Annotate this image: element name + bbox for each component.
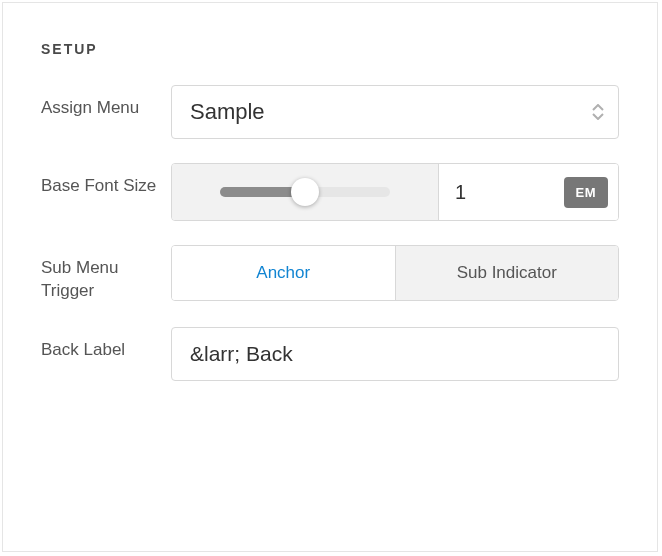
segment-anchor[interactable]: Anchor — [172, 246, 395, 300]
setup-panel: SETUP Assign Menu Sample Base Font Size — [2, 2, 658, 552]
assign-menu-select[interactable]: Sample — [171, 85, 619, 139]
section-title: SETUP — [41, 41, 619, 57]
row-assign-menu: Assign Menu Sample — [41, 85, 619, 139]
row-base-font-size: Base Font Size 1 EM — [41, 163, 619, 221]
base-font-size-value-area[interactable]: 1 EM — [438, 164, 618, 220]
sub-menu-trigger-segmented: Anchor Sub Indicator — [171, 245, 619, 301]
back-label-value: &larr; Back — [190, 342, 293, 366]
slider-track — [220, 187, 390, 197]
unit-badge[interactable]: EM — [564, 177, 609, 208]
back-label-label: Back Label — [41, 327, 171, 362]
base-font-size-label: Base Font Size — [41, 163, 171, 198]
slider-thumb[interactable] — [291, 178, 319, 206]
row-back-label: Back Label &larr; Back — [41, 327, 619, 381]
base-font-size-slider[interactable] — [172, 164, 438, 220]
assign-menu-label: Assign Menu — [41, 85, 171, 120]
back-label-input[interactable]: &larr; Back — [171, 327, 619, 381]
segment-sub-indicator[interactable]: Sub Indicator — [395, 246, 619, 300]
chevron-updown-icon — [592, 104, 604, 120]
sub-menu-trigger-label: Sub Menu Trigger — [41, 245, 171, 303]
assign-menu-value: Sample — [190, 99, 265, 125]
base-font-size-value: 1 — [455, 181, 554, 204]
row-sub-menu-trigger: Sub Menu Trigger Anchor Sub Indicator — [41, 245, 619, 303]
base-font-size-control: 1 EM — [171, 163, 619, 221]
